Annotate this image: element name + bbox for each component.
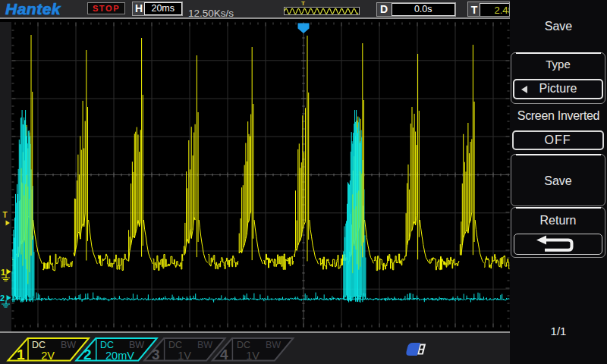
svg-text:3: 3 (152, 347, 160, 362)
svg-text:2: 2 (0, 293, 5, 303)
svg-text:BW: BW (266, 340, 281, 350)
svg-text:T: T (3, 211, 8, 219)
svg-text:DC: DC (32, 340, 46, 350)
svg-text:2: 2 (83, 347, 92, 362)
svg-text:4: 4 (220, 347, 228, 362)
svg-text:DC: DC (237, 340, 250, 350)
svg-text:BW: BW (197, 340, 212, 350)
svg-text:20mV: 20mV (105, 350, 134, 362)
svg-text:1V: 1V (246, 350, 259, 362)
svg-text:DC: DC (168, 340, 182, 350)
svg-text:1: 1 (17, 347, 25, 362)
svg-text:BW: BW (61, 340, 76, 350)
svg-text:1: 1 (1, 268, 5, 277)
svg-text:DC: DC (100, 340, 114, 350)
svg-text:2V: 2V (41, 350, 55, 362)
svg-text:BW: BW (129, 340, 144, 350)
svg-text:1V: 1V (178, 350, 191, 362)
